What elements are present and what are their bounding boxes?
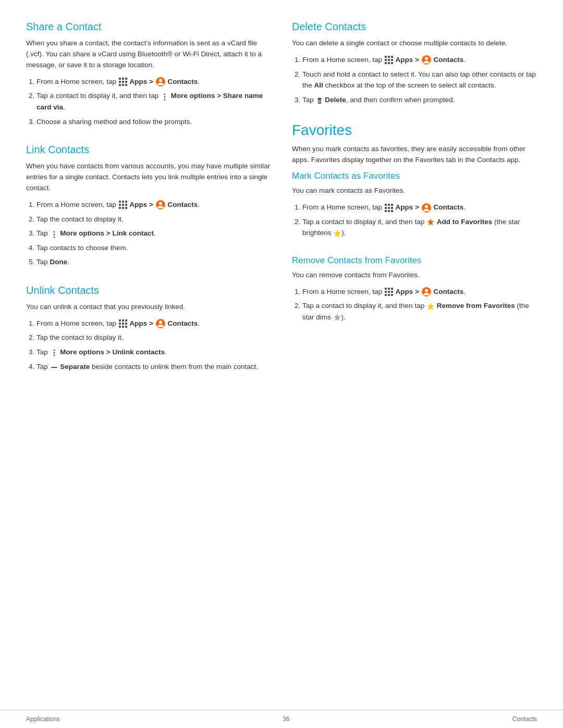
svg-point-12 [164, 96, 165, 97]
svg-rect-28 [119, 319, 121, 322]
svg-rect-20 [119, 207, 121, 209]
svg-rect-75 [385, 291, 387, 293]
unlink-contacts-steps: From a Home screen, tap Apps > Contacts.… [36, 318, 271, 372]
apps-icon [119, 78, 127, 86]
svg-rect-77 [391, 291, 393, 293]
mark-favorites-intro: You can mark contacts as Favorites. [292, 186, 537, 196]
svg-rect-46 [385, 59, 387, 61]
share-contact-title: Share a Contact [26, 21, 271, 33]
svg-rect-48 [391, 59, 393, 61]
list-item: Tap Separate beside contacts to unlink t… [36, 361, 271, 373]
list-item: Tap the contact to display it. [36, 332, 271, 343]
svg-rect-35 [122, 326, 124, 328]
svg-marker-70 [427, 218, 434, 226]
list-item: From a Home screen, tap Apps > Contacts. [302, 286, 537, 298]
left-column: Share a Contact When you share a contact… [26, 21, 271, 668]
svg-point-39 [53, 350, 55, 351]
share-step3-text: Choose a sharing method and follow the p… [36, 118, 192, 126]
svg-rect-3 [119, 81, 121, 83]
svg-rect-17 [119, 204, 121, 206]
remove-favorites-intro: You can remove contacts from Favorites. [292, 270, 537, 281]
svg-rect-79 [388, 294, 390, 296]
apps-label: Apps > [130, 78, 153, 85]
apps-icon [119, 201, 127, 209]
svg-rect-8 [125, 84, 127, 86]
svg-rect-63 [388, 207, 390, 209]
unlink-contacts-intro: You can unlink a contact that you previo… [26, 302, 271, 313]
svg-point-27 [53, 236, 55, 238]
list-item: From a Home screen, tap Apps > Contacts. [302, 54, 537, 66]
contacts-label: Contacts [168, 201, 198, 208]
delete-contacts-title: Delete Contacts [292, 21, 537, 33]
footer-left: Applications [26, 715, 60, 723]
svg-rect-5 [125, 81, 127, 83]
remove-favorites-title: Remove Contacts from Favorites [292, 255, 537, 266]
share-contact-intro: When you share a contact, the contact's … [26, 38, 271, 71]
svg-rect-21 [122, 207, 124, 209]
done-label: Done [50, 258, 68, 266]
star-gray-icon [333, 313, 341, 322]
svg-rect-57 [319, 100, 319, 103]
svg-rect-44 [388, 56, 390, 58]
svg-rect-60 [388, 204, 390, 206]
svg-rect-58 [320, 100, 320, 103]
svg-rect-56 [319, 98, 321, 99]
more-options-icon [161, 93, 168, 100]
svg-rect-34 [119, 326, 121, 328]
svg-point-13 [164, 98, 165, 100]
trash-icon [316, 96, 323, 104]
link-contacts-section: Link Contacts When you have contacts fro… [26, 144, 271, 268]
list-item: Tap a contact to display it, and then ta… [302, 300, 537, 323]
unlink-step3-label: More options > Unlink contacts [60, 348, 165, 356]
svg-rect-33 [125, 323, 127, 325]
list-item: From a Home screen, tap Apps > Contacts. [36, 76, 271, 88]
svg-rect-66 [388, 210, 390, 212]
mark-favorites-title: Mark Contacts as Favorites [292, 171, 537, 181]
svg-marker-83 [427, 303, 434, 310]
svg-rect-61 [391, 204, 393, 206]
svg-rect-4 [122, 81, 124, 83]
share-contact-steps: From a Home screen, tap Apps > Contacts.… [36, 76, 271, 127]
svg-point-41 [53, 355, 55, 356]
svg-rect-47 [388, 59, 390, 61]
link-step3-label: More options > Link contact [60, 229, 154, 237]
apps-label: Apps > [396, 288, 419, 295]
apps-label: Apps > [396, 203, 419, 211]
svg-point-53 [425, 57, 428, 60]
page: Share a Contact When you share a contact… [0, 0, 563, 728]
svg-rect-74 [391, 288, 393, 290]
svg-rect-30 [125, 319, 127, 322]
list-item: From a Home screen, tap Apps > Contacts. [302, 202, 537, 213]
svg-rect-15 [122, 201, 124, 203]
svg-rect-73 [388, 288, 390, 290]
delete-contacts-steps: From a Home screen, tap Apps > Contacts.… [302, 54, 537, 105]
apps-label: Apps > [130, 201, 153, 208]
delete-contacts-section: Delete Contacts You can delete a single … [292, 21, 537, 105]
content: Share a Contact When you share a contact… [0, 0, 563, 710]
svg-rect-72 [385, 288, 387, 290]
svg-point-24 [159, 202, 162, 205]
svg-marker-71 [334, 230, 341, 237]
contacts-app-icon [422, 203, 431, 213]
svg-marker-84 [334, 314, 341, 321]
svg-rect-43 [385, 56, 387, 58]
link-contacts-intro: When you have contacts from various acco… [26, 161, 271, 194]
contacts-app-icon [422, 55, 431, 65]
unlink-contacts-section: Unlink Contacts You can unlink a contact… [26, 285, 271, 372]
svg-rect-59 [385, 204, 387, 206]
apps-icon [385, 56, 393, 64]
svg-rect-55 [318, 99, 321, 104]
separate-label: Separate [60, 363, 90, 371]
apps-label: Apps > [396, 56, 419, 64]
add-to-favorites-label: Add to Favorites [437, 218, 493, 226]
contacts-label: Contacts [434, 288, 464, 295]
share-step2-label: More options > Share name card via [36, 92, 263, 111]
remove-from-favorites-label: Remove from Favorites [437, 302, 515, 310]
svg-rect-80 [391, 294, 393, 296]
remove-favorites-steps: From a Home screen, tap Apps > Contacts. [302, 286, 537, 323]
contacts-label: Contacts [168, 319, 198, 327]
favorites-section: Favorites When you mark contacts as favo… [292, 122, 537, 323]
apps-icon [119, 319, 127, 328]
list-item: Tap a contact to display it, and then ta… [36, 90, 271, 113]
list-item: Tap More options > Link contact. [36, 228, 271, 239]
